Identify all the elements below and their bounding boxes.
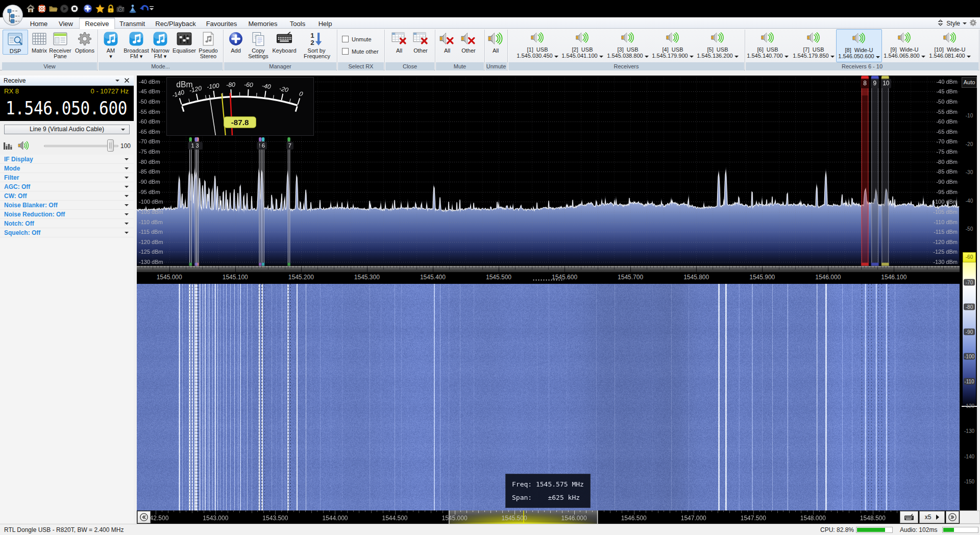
tab-home[interactable]: Home [24, 19, 54, 29]
star-icon[interactable] [95, 4, 105, 13]
ribbon-button-keyboard[interactable]: Keyboard [272, 30, 297, 54]
panel-menu-item-cw-off[interactable]: CW: Off [0, 191, 134, 201]
waterfall-display[interactable]: Freq: 1545.575 MHz Span: ±625 kHz [137, 284, 960, 510]
tab-memories[interactable]: Memories [242, 19, 283, 29]
panel-menu-icon[interactable] [115, 80, 119, 82]
folder-icon[interactable] [48, 4, 58, 13]
ribbon-button-sort-by-frequency[interactable]: 12Sort by Frequency [304, 30, 329, 59]
tab-receive[interactable]: Receive [79, 18, 115, 29]
speaker-icon[interactable] [18, 140, 29, 151]
expand-icon[interactable] [125, 195, 129, 197]
tab-rec-playback[interactable]: Rec/Playback [150, 19, 201, 29]
camera-icon[interactable] [116, 4, 125, 13]
home-icon[interactable] [26, 4, 35, 13]
ribbon-button-am-[interactable]: AM ▾ [98, 30, 124, 59]
expand-icon[interactable] [125, 177, 129, 179]
beacon-icon[interactable] [128, 4, 137, 13]
receive-panel-title[interactable]: Receive [0, 76, 134, 86]
undo-icon[interactable] [139, 4, 149, 13]
panel-menu-item-mode[interactable]: Mode [0, 164, 134, 173]
expand-icon[interactable] [125, 204, 129, 206]
panel-menu-item-notch-off[interactable]: Notch: Off [0, 219, 134, 228]
band-navigator[interactable]: x5 [137, 510, 960, 524]
app-logo[interactable] [3, 5, 23, 26]
ribbon-button-pseudo-stereo[interactable]: Pseudo Stereo [195, 30, 221, 59]
receiver-tile-3[interactable]: [3] USB1.545.038.800 [605, 29, 651, 62]
ribbon-button-broadcast-fm-[interactable]: Broadcast FM ▾ [124, 30, 149, 59]
ribbon-button-dsp[interactable]: DSP [3, 30, 28, 55]
checkbox-box[interactable] [342, 36, 349, 42]
play-icon[interactable] [60, 4, 69, 13]
style-selector[interactable]: Style [937, 19, 977, 28]
spectrum-frequency-ruler[interactable] [137, 266, 960, 272]
expand-icon[interactable] [125, 223, 129, 225]
ribbon-button-receiver-pane[interactable]: Receiver Pane [47, 30, 73, 59]
receiver-tile-5[interactable]: [5] USB1.545.136.200 [695, 29, 741, 62]
rx-marker-flag-9[interactable]: 9 [871, 79, 879, 88]
waterfall-level-scale[interactable]: Auto -60 -10-20-30-40-50-130-140-150-70-… [962, 76, 977, 510]
expand-icon[interactable] [125, 213, 129, 215]
panel-menu-item-squelch-off[interactable]: Squelch: Off [0, 228, 134, 237]
ribbon-button-other[interactable]: Other [456, 30, 481, 54]
spectrum-display[interactable]: dBm-140-120-100-80-60-40-200-87.8 -40 dB… [137, 76, 960, 266]
auto-scale-button[interactable]: Auto [962, 77, 977, 88]
ribbon-button-label: Pseudo Stereo [195, 48, 221, 59]
panel-close-icon[interactable] [124, 78, 130, 83]
receiver-tile-10[interactable]: [10] Wide-U1.546.081.400 [927, 29, 973, 62]
ribbon-button-narrow-fm-[interactable]: Narrow FM ▾ [148, 30, 173, 59]
style-dropdown-icon[interactable] [963, 22, 967, 25]
receiver-tile-8[interactable]: [8] Wide-U1.546.050.600 [836, 29, 882, 62]
tab-help[interactable]: Help [313, 19, 338, 29]
rx-marker-flag-8[interactable]: 8 [861, 79, 869, 88]
receiver-tile-9[interactable]: [9] Wide-U1.546.065.800 [881, 29, 927, 62]
ribbon-button-equaliser[interactable]: Equaliser [172, 30, 197, 54]
ribbon-button-copy-settings[interactable]: Copy Settings [246, 30, 271, 59]
ribbon-button-all[interactable]: All [483, 30, 508, 54]
expand-icon[interactable] [125, 167, 129, 169]
rx-marker-flag-10[interactable]: 10 [881, 79, 891, 88]
receiver-tile-7[interactable]: [7] USB1.545.179.850 [791, 29, 837, 62]
rx-marker-flag-1 3[interactable]: 1 3 [188, 142, 203, 150]
lock-icon[interactable] [106, 4, 115, 13]
style-gear-icon[interactable] [969, 19, 977, 28]
expand-icon[interactable] [125, 186, 129, 188]
checkbox-box[interactable] [342, 48, 349, 55]
panel-menu-item-filter[interactable]: Filter [0, 173, 134, 182]
expand-icon[interactable] [125, 232, 129, 234]
panel-menu-item-noise-blanker-off[interactable]: Noise Blanker: Off [0, 201, 134, 210]
tab-view[interactable]: View [53, 19, 79, 29]
receiver-tile-1[interactable]: [1] USB1.545.030.450 [514, 29, 560, 62]
equalizer-icon[interactable] [4, 141, 12, 150]
nav-keyboard-button[interactable] [900, 511, 918, 523]
add-circle-icon[interactable] [83, 4, 92, 13]
volume-slider-handle[interactable] [107, 139, 114, 152]
receiver-tile-6[interactable]: [6] USB1.545.140.700 [745, 29, 791, 62]
panel-menu-item-noise-reduction-off[interactable]: Noise Reduction: Off [0, 210, 134, 219]
expand-icon[interactable] [125, 158, 129, 160]
checkbox-unmute[interactable]: Unmute [342, 36, 372, 42]
rx-marker-flag-6[interactable]: 6 [260, 142, 267, 150]
checkbox-mute-other[interactable]: Mute other [342, 48, 379, 55]
tab-transmit[interactable]: Transmit [114, 19, 151, 29]
lifebuoy-icon[interactable] [37, 4, 46, 13]
ribbon-button-add[interactable]: Add [223, 30, 249, 54]
rx-marker-flag-7[interactable]: 7 [286, 142, 293, 150]
qat-chevron-icon[interactable] [149, 4, 158, 13]
audio-device-select[interactable]: Line 9 (Virtual Audio Cable) [4, 125, 130, 134]
dbm-axis-label-left: -45 dBm [139, 89, 160, 94]
panel-menu-item-if-display[interactable]: IF Display [0, 155, 134, 164]
ribbon-button-other[interactable]: Other [408, 30, 433, 54]
stop-icon[interactable] [70, 4, 79, 13]
receiver-tile-2[interactable]: [2] USB1.545.041.100 [559, 29, 605, 62]
tuned-frequency[interactable]: 1.546.050.600 [0, 98, 133, 118]
palette-top-handle[interactable]: -60 [963, 252, 976, 262]
ribbon-button-options[interactable]: Options [72, 30, 97, 54]
tab-tools[interactable]: Tools [284, 19, 311, 29]
band-navigator-canvas[interactable] [137, 510, 960, 524]
nav-zoom-button[interactable]: x5 [919, 511, 945, 523]
nav-shift-left-button[interactable] [137, 511, 151, 523]
panel-menu-item-agc-off[interactable]: AGC: Off [0, 182, 134, 191]
receiver-tile-4[interactable]: [4] USB1.545.179.900 [650, 29, 696, 62]
nav-shift-right-button[interactable] [946, 511, 959, 523]
tab-favourites[interactable]: Favourites [201, 19, 243, 29]
